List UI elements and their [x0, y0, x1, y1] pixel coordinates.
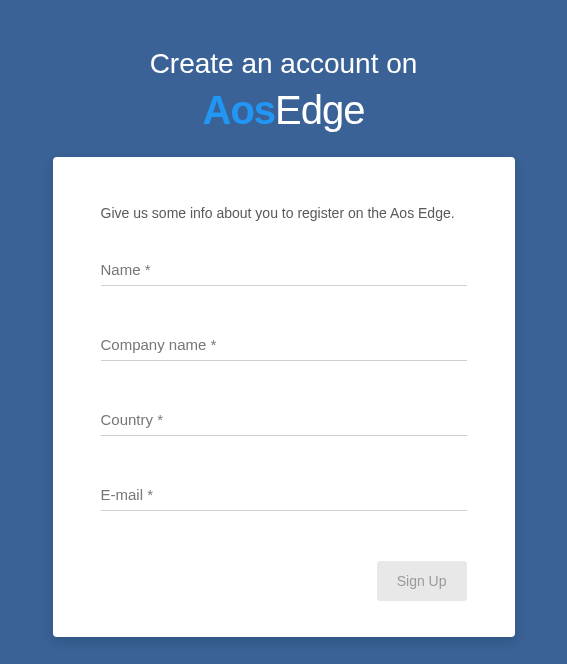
header-title: Create an account on — [150, 48, 418, 80]
company-field[interactable]: Company name * — [101, 336, 467, 361]
email-label: E-mail * — [101, 486, 154, 503]
name-label: Name * — [101, 261, 151, 278]
country-field[interactable]: Country * — [101, 411, 467, 436]
card-intro-text: Give us some info about you to register … — [101, 205, 467, 221]
name-field[interactable]: Name * — [101, 261, 467, 286]
signup-card: Give us some info about you to register … — [53, 157, 515, 637]
page-header: Create an account on AosEdge — [150, 0, 418, 157]
signup-row: Sign Up — [101, 561, 467, 601]
logo: AosEdge — [150, 88, 418, 133]
email-field[interactable]: E-mail * — [101, 486, 467, 511]
signup-button[interactable]: Sign Up — [377, 561, 467, 601]
country-label: Country * — [101, 411, 164, 428]
logo-edge: Edge — [275, 88, 364, 132]
company-label: Company name * — [101, 336, 217, 353]
logo-aos: Aos — [203, 88, 276, 132]
footer-already-member[interactable]: Already a member? — [218, 637, 349, 664]
